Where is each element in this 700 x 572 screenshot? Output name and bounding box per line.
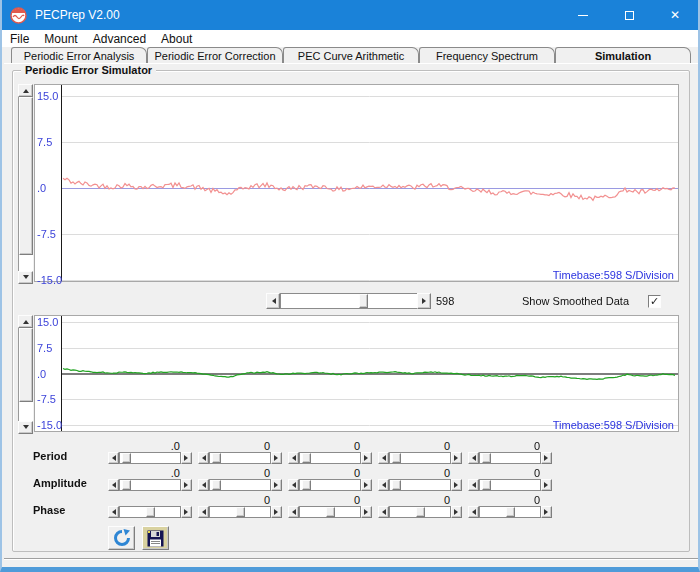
- menu-item-file[interactable]: File: [10, 32, 38, 46]
- slider-thumb[interactable]: [122, 480, 131, 490]
- slider-track[interactable]: [299, 506, 361, 518]
- slider-left-button[interactable]: [378, 479, 389, 491]
- slider-track[interactable]: [389, 506, 451, 518]
- slider-left-button[interactable]: [378, 452, 389, 464]
- slider-left-button[interactable]: [378, 506, 389, 518]
- chart2-vertical-scrollbar[interactable]: [18, 315, 33, 434]
- slider-left-button[interactable]: [468, 506, 479, 518]
- slider-thumb[interactable]: [392, 480, 401, 490]
- scroll-down-button[interactable]: [18, 421, 33, 434]
- minimize-button[interactable]: [560, 0, 606, 30]
- amplitude-slider-4[interactable]: [378, 479, 462, 491]
- slider-track[interactable]: [389, 479, 451, 491]
- tab-simulation[interactable]: Simulation: [555, 47, 691, 63]
- slider-right-button[interactable]: [541, 506, 552, 518]
- slider-thumb[interactable]: [392, 453, 401, 463]
- slider-thumb[interactable]: [212, 453, 221, 463]
- slider-left-button[interactable]: [288, 506, 299, 518]
- scrollbar-thumb[interactable]: [19, 328, 33, 402]
- slider-thumb[interactable]: [122, 453, 131, 463]
- slider-track[interactable]: [209, 479, 271, 491]
- maximize-button[interactable]: [606, 0, 652, 30]
- timebase-scrollbar[interactable]: [266, 293, 431, 309]
- slider-left-button[interactable]: [288, 479, 299, 491]
- scrollbar-thumb[interactable]: [359, 294, 368, 308]
- scrollbar-thumb[interactable]: [19, 97, 33, 255]
- slider-right-button[interactable]: [451, 506, 462, 518]
- scroll-left-button[interactable]: [266, 293, 280, 309]
- slider-thumb[interactable]: [212, 480, 221, 490]
- slider-left-button[interactable]: [468, 479, 479, 491]
- tab-frequency-spectrum[interactable]: Frequency Spectrum: [419, 47, 555, 63]
- slider-right-button[interactable]: [361, 506, 372, 518]
- slider-right-button[interactable]: [181, 452, 192, 464]
- period-slider-3[interactable]: [288, 452, 372, 464]
- amplitude-slider-1[interactable]: [108, 479, 192, 491]
- slider-thumb[interactable]: [146, 507, 155, 517]
- scrollbar-track[interactable]: [18, 97, 33, 271]
- slider-track[interactable]: [299, 479, 361, 491]
- amplitude-slider-3[interactable]: [288, 479, 372, 491]
- slider-track[interactable]: [479, 479, 541, 491]
- slider-left-button[interactable]: [108, 506, 119, 518]
- slider-right-button[interactable]: [271, 452, 282, 464]
- slider-right-button[interactable]: [451, 452, 462, 464]
- slider-track[interactable]: [209, 452, 271, 464]
- slider-right-button[interactable]: [271, 479, 282, 491]
- menu-item-about[interactable]: About: [161, 32, 201, 46]
- period-slider-2[interactable]: [198, 452, 282, 464]
- slider-left-button[interactable]: [288, 452, 299, 464]
- slider-right-button[interactable]: [361, 452, 372, 464]
- slider-track[interactable]: [119, 452, 181, 464]
- slider-right-button[interactable]: [271, 506, 282, 518]
- amplitude-slider-5[interactable]: [468, 479, 552, 491]
- slider-track[interactable]: [119, 506, 181, 518]
- scroll-right-button[interactable]: [417, 293, 431, 309]
- scroll-up-button[interactable]: [18, 315, 33, 328]
- slider-track[interactable]: [119, 479, 181, 491]
- slider-thumb[interactable]: [482, 480, 491, 490]
- slider-left-button[interactable]: [468, 452, 479, 464]
- tab-pec-curve-arithmetic[interactable]: PEC Curve Arithmetic: [283, 47, 419, 63]
- slider-thumb[interactable]: [302, 453, 311, 463]
- slider-track[interactable]: [389, 452, 451, 464]
- refresh-button[interactable]: [108, 526, 135, 550]
- menu-item-mount[interactable]: Mount: [44, 32, 86, 46]
- slider-right-button[interactable]: [181, 479, 192, 491]
- period-slider-5[interactable]: [468, 452, 552, 464]
- phase-slider-2[interactable]: [198, 506, 282, 518]
- phase-slider-5[interactable]: [468, 506, 552, 518]
- chart1-vertical-scrollbar[interactable]: [18, 84, 33, 284]
- period-slider-4[interactable]: [378, 452, 462, 464]
- tab-periodic-error-analysis[interactable]: Periodic Error Analysis: [11, 47, 147, 63]
- slider-left-button[interactable]: [108, 479, 119, 491]
- slider-left-button[interactable]: [198, 479, 209, 491]
- tab-periodic-error-correction[interactable]: Periodic Error Correction: [147, 47, 283, 63]
- scroll-down-button[interactable]: [18, 271, 33, 284]
- slider-track[interactable]: [209, 506, 271, 518]
- slider-right-button[interactable]: [541, 479, 552, 491]
- slider-right-button[interactable]: [181, 506, 192, 518]
- menu-item-advanced[interactable]: Advanced: [93, 32, 155, 46]
- slider-thumb[interactable]: [506, 507, 515, 517]
- slider-left-button[interactable]: [198, 452, 209, 464]
- period-slider-1[interactable]: [108, 452, 192, 464]
- slider-left-button[interactable]: [108, 452, 119, 464]
- slider-thumb[interactable]: [236, 507, 245, 517]
- slider-right-button[interactable]: [451, 479, 462, 491]
- slider-left-button[interactable]: [198, 506, 209, 518]
- close-button[interactable]: ✕: [652, 0, 698, 30]
- scrollbar-track[interactable]: [18, 328, 33, 421]
- scroll-up-button[interactable]: [18, 84, 33, 97]
- slider-track[interactable]: [479, 452, 541, 464]
- slider-right-button[interactable]: [541, 452, 552, 464]
- slider-thumb[interactable]: [302, 480, 311, 490]
- phase-slider-4[interactable]: [378, 506, 462, 518]
- slider-track[interactable]: [479, 506, 541, 518]
- slider-thumb[interactable]: [482, 453, 491, 463]
- phase-slider-1[interactable]: [108, 506, 192, 518]
- show-smoothed-data-checkbox[interactable]: ✓: [648, 295, 661, 308]
- slider-thumb[interactable]: [326, 507, 335, 517]
- slider-right-button[interactable]: [361, 479, 372, 491]
- save-button[interactable]: [142, 526, 169, 550]
